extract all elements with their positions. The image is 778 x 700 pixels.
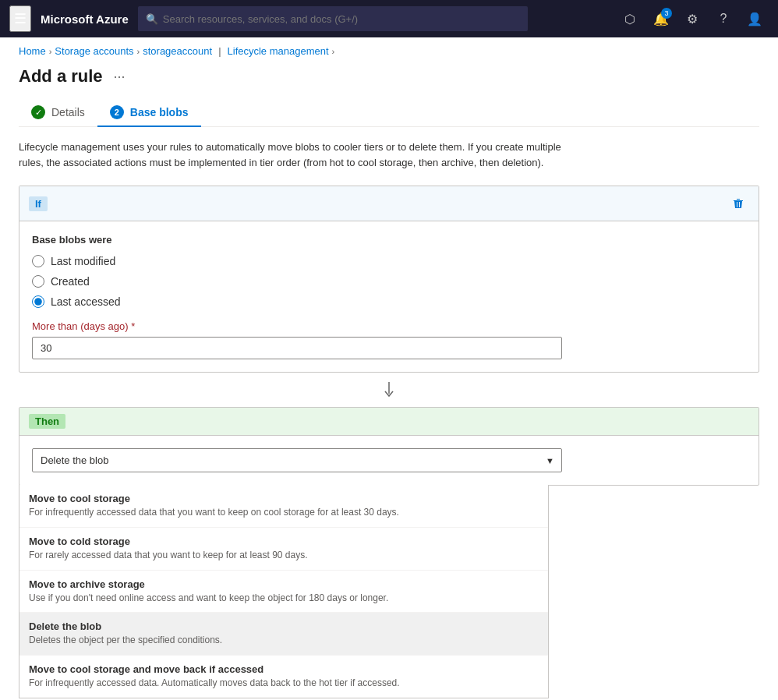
settings-button[interactable]: ⚙ — [678, 5, 706, 33]
tab-base-blobs-label: Base blobs — [130, 106, 189, 118]
opt-cold-storage-desc: For rarely accessed data that you want t… — [29, 549, 539, 562]
tab-base-blobs[interactable]: 2 Base blobs — [97, 99, 201, 127]
opt-cool-move-back-title: Move to cool storage and move back if ac… — [29, 663, 539, 675]
search-icon: 🔍 — [146, 13, 158, 25]
radio-group: Last modified Created Last accessed — [32, 255, 746, 308]
tab-base-blobs-number: 2 — [110, 105, 124, 119]
breadcrumb-home[interactable]: Home — [19, 45, 46, 57]
top-nav: ☰ Microsoft Azure 🔍 ⬡ 🔔 3 ⚙ ? 👤 — [0, 0, 778, 37]
then-section-body: Delete the blob Move to cool storage Mov… — [19, 436, 759, 485]
hamburger-button[interactable]: ☰ — [9, 5, 31, 32]
radio-created-input[interactable] — [32, 275, 44, 288]
content-area: Lifecycle management uses your rules to … — [0, 127, 778, 700]
then-dropdown[interactable]: Delete the blob Move to cool storage Mov… — [32, 448, 562, 472]
breadcrumb-divider: | — [218, 45, 221, 57]
if-section-header: If — [19, 186, 759, 221]
opt-archive-storage-title: Move to archive storage — [29, 578, 539, 590]
breadcrumb: Home › Storage accounts › storageaccount… — [0, 37, 778, 60]
breadcrumb-lifecycle[interactable]: Lifecycle management — [228, 45, 329, 57]
tabs: ✓ Details 2 Base blobs — [19, 99, 759, 127]
tab-details[interactable]: ✓ Details — [19, 99, 97, 127]
breadcrumb-storage-account[interactable]: storageaccount — [143, 45, 212, 57]
breadcrumb-sep-1: › — [49, 47, 52, 56]
opt-cool-storage-desc: For infrequently accessed data that you … — [29, 506, 539, 519]
opt-archive-storage-desc: Use if you don't need online access and … — [29, 592, 539, 605]
if-label: If — [29, 196, 48, 211]
radio-last-accessed[interactable]: Last accessed — [32, 295, 746, 308]
cloud-shell-button[interactable]: ⬡ — [616, 5, 644, 33]
radio-created-label: Created — [51, 275, 90, 288]
opt-cool-storage[interactable]: Move to cool storage For infrequently ac… — [19, 485, 548, 528]
radio-created[interactable]: Created — [32, 275, 746, 288]
app-brand: Microsoft Azure — [41, 12, 129, 26]
opt-delete-blob[interactable]: Delete the blob Deletes the object per t… — [19, 613, 548, 656]
if-delete-button[interactable] — [727, 193, 749, 214]
opt-delete-blob-title: Delete the blob — [29, 620, 539, 632]
radio-last-accessed-input[interactable] — [32, 295, 44, 308]
if-section-body: Base blobs were Last modified Created La… — [19, 221, 759, 372]
opt-cold-storage-title: Move to cold storage — [29, 536, 539, 547]
opt-cold-storage[interactable]: Move to cold storage For rarely accessed… — [19, 528, 548, 571]
radio-last-modified-label: Last modified — [51, 255, 115, 267]
description-text: Lifecycle management uses your rules to … — [19, 140, 564, 170]
days-label: More than (days ago) * — [32, 320, 746, 332]
days-input[interactable] — [32, 337, 562, 359]
opt-archive-storage[interactable]: Move to archive storage Use if you don't… — [19, 571, 548, 613]
if-section: If Base blobs were Last modified Created — [19, 186, 759, 373]
down-arrow-icon — [384, 382, 394, 398]
notification-badge: 3 — [661, 8, 672, 19]
account-icon: 👤 — [747, 12, 762, 27]
opt-cool-move-back[interactable]: Move to cool storage and move back if ac… — [19, 656, 548, 698]
notifications-button[interactable]: 🔔 3 — [647, 5, 675, 33]
help-icon: ? — [720, 12, 727, 26]
tab-details-check: ✓ — [31, 105, 45, 119]
help-button[interactable]: ? — [709, 5, 737, 33]
tab-details-label: Details — [51, 106, 85, 118]
search-bar[interactable]: 🔍 — [138, 6, 528, 31]
arrow-separator — [19, 373, 759, 407]
account-button[interactable]: 👤 — [741, 5, 769, 33]
then-label: Then — [29, 414, 65, 429]
opt-cool-move-back-desc: For infrequently accessed data. Automati… — [29, 677, 539, 690]
breadcrumb-sep-3: › — [332, 47, 335, 56]
cloud-shell-icon: ⬡ — [624, 12, 635, 27]
page-header: Add a rule ··· — [0, 60, 778, 99]
radio-last-modified-input[interactable] — [32, 255, 44, 267]
breadcrumb-storage-accounts[interactable]: Storage accounts — [55, 45, 133, 57]
required-asterisk: * — [131, 320, 135, 332]
breadcrumb-sep-2: › — [137, 47, 140, 56]
dropdown-options-panel: Move to cool storage For infrequently ac… — [19, 485, 549, 698]
search-input[interactable] — [163, 13, 520, 25]
blob-label: Base blobs were — [32, 234, 746, 246]
tabs-area: ✓ Details 2 Base blobs — [0, 99, 778, 127]
then-section: Then Delete the blob Move to cool storag… — [19, 407, 759, 486]
then-dropdown-wrapper: Delete the blob Move to cool storage Mov… — [32, 448, 562, 472]
then-section-header: Then — [19, 408, 759, 436]
nav-icons-group: ⬡ 🔔 3 ⚙ ? 👤 — [616, 5, 769, 33]
page-menu-button[interactable]: ··· — [109, 67, 130, 87]
trash-icon — [732, 197, 744, 210]
opt-delete-blob-desc: Deletes the object per the specified con… — [29, 634, 539, 647]
radio-last-modified[interactable]: Last modified — [32, 255, 746, 267]
settings-icon: ⚙ — [687, 12, 698, 27]
opt-cool-storage-title: Move to cool storage — [29, 493, 539, 504]
page-title: Add a rule — [19, 66, 103, 87]
radio-last-accessed-label: Last accessed — [51, 295, 121, 308]
